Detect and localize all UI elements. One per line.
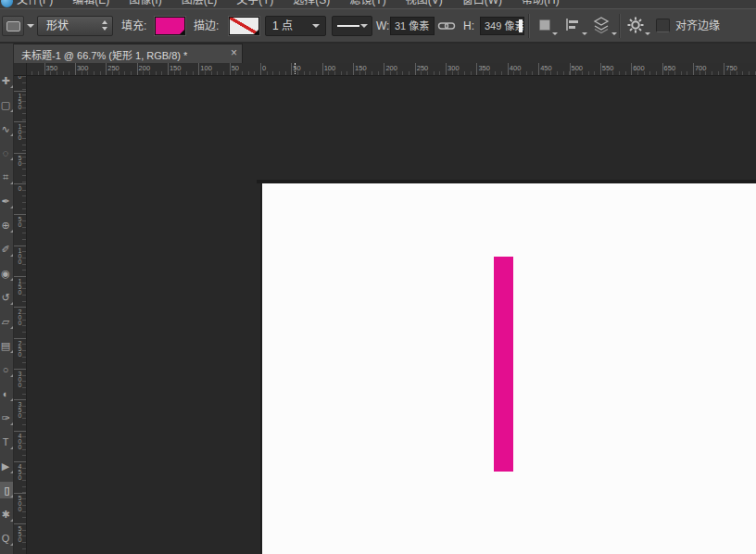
lasso-tool[interactable]: ∿ <box>0 120 14 137</box>
menu-item-filter[interactable]: 滤镜(T) <box>349 0 385 6</box>
ruler-tick <box>600 63 601 76</box>
ruler-label: 550 <box>602 64 614 72</box>
clone-stamp-tool[interactable]: ◉ <box>0 265 14 282</box>
document-tab-bar: 未标题-1 @ 66.7% (矩形 1, RGB/8) * × <box>0 44 756 63</box>
ruler-tick <box>14 246 27 246</box>
ruler-tick <box>14 276 27 277</box>
tab-close-icon[interactable]: × <box>231 46 237 59</box>
path-operations-button[interactable] <box>536 16 558 36</box>
ruler-label: 50 <box>293 64 300 72</box>
chain-link-icon <box>437 16 456 36</box>
tool-preset-button[interactable] <box>2 16 24 36</box>
ruler-label: 150 <box>17 278 23 295</box>
ruler-label: 350 <box>46 64 58 72</box>
preset-dropdown-caret-icon[interactable] <box>27 24 34 28</box>
ruler-tick <box>662 63 663 76</box>
ruler-label: 450 <box>540 64 552 72</box>
healing-brush-tool[interactable]: ⊕ <box>0 217 14 233</box>
eraser-tool[interactable]: ▱ <box>0 313 14 330</box>
tool-flyout-icon <box>10 254 13 257</box>
pen-tool[interactable]: ✑ <box>0 409 14 426</box>
horizontal-ruler[interactable]: 3503002502001501005005010015020025030035… <box>27 63 756 76</box>
ruler-tick <box>415 63 416 76</box>
tool-flyout-icon <box>10 374 13 377</box>
vertical-ruler[interactable]: 2001501005005010015020025030035040045050… <box>14 76 27 554</box>
shape-width-input[interactable]: 31 像素 <box>390 17 435 35</box>
shape-height-input[interactable]: 349 像素 <box>480 17 524 35</box>
stroke-color-swatch-none[interactable] <box>229 17 259 35</box>
options-separator <box>619 14 620 38</box>
ruler-label: 500 <box>17 495 23 511</box>
zoom-tool[interactable]: Q <box>0 530 14 547</box>
gear-icon <box>626 16 645 34</box>
brush-tool[interactable]: ✐ <box>0 241 14 258</box>
ruler-label: 50 <box>17 216 23 227</box>
combo-spinner-icon <box>102 20 107 31</box>
dodge-tool[interactable]: ◐ <box>0 385 14 402</box>
fill-color-swatch[interactable] <box>155 17 185 35</box>
ruler-tick <box>14 338 27 339</box>
dropdown-caret-icon <box>552 32 558 35</box>
path-arrangement-button[interactable] <box>591 16 617 36</box>
ruler-tick <box>693 63 694 76</box>
ruler-label: 450 <box>17 463 23 480</box>
tool-flyout-icon <box>10 447 13 449</box>
type-tool[interactable]: T <box>0 434 14 450</box>
menu-item-view[interactable]: 视图(V) <box>406 0 443 6</box>
eyedropper-tool[interactable]: ✒ <box>0 193 14 209</box>
stroke-width-caret-icon[interactable] <box>312 24 320 28</box>
ruler-label: 100 <box>200 64 212 72</box>
document-tab[interactable]: 未标题-1 @ 66.7% (矩形 1, RGB/8) * × <box>13 44 243 63</box>
ruler-tick <box>14 307 27 308</box>
rectangle-preset-icon <box>6 21 20 31</box>
align-edges-checkbox[interactable] <box>656 19 670 32</box>
menu-item-layer[interactable]: 图层(L) <box>182 0 218 6</box>
tool-flyout-icon <box>10 495 13 497</box>
ruler-tick <box>322 63 323 76</box>
gradient-tool[interactable]: ▤ <box>0 337 14 354</box>
text-cursor <box>519 19 523 32</box>
width-label: W: <box>376 16 389 36</box>
menu-item-edit[interactable]: 编辑(E) <box>72 0 109 6</box>
ruler-tick <box>538 63 539 76</box>
path-alignment-button[interactable] <box>563 16 587 36</box>
marquee-tool[interactable]: ▢ <box>0 96 14 113</box>
quick-selection-tool[interactable]: ◌ <box>0 145 14 161</box>
ruler-label: 150 <box>355 64 367 72</box>
history-brush-tool[interactable]: ↺ <box>0 289 14 306</box>
swatch-corner-caret-icon <box>180 30 184 34</box>
tool-flyout-icon <box>10 398 13 401</box>
link-dimensions-button[interactable] <box>437 16 458 36</box>
tool-flyout-icon <box>10 85 13 88</box>
crop-tool[interactable]: ⌗ <box>0 169 14 185</box>
blur-tool[interactable]: ○ <box>0 361 14 378</box>
menu-item-type[interactable]: 文字(Y) <box>236 0 273 6</box>
tool-flyout-icon <box>10 157 13 160</box>
ruler-tick <box>44 63 45 76</box>
path-selection-tool[interactable]: ▶ <box>0 458 14 474</box>
ruler-label: 550 <box>17 525 23 542</box>
stroke-style-select[interactable] <box>332 16 372 36</box>
menu-item-window[interactable]: 窗口(W) <box>462 0 502 6</box>
document-tab-title: 未标题-1 @ 66.7% (矩形 1, RGB/8) * <box>21 47 187 62</box>
geometry-options-button[interactable] <box>626 16 650 36</box>
menu-item-help[interactable]: 帮助(H) <box>522 0 560 6</box>
menu-item-select[interactable]: 选择(S) <box>293 0 330 6</box>
document-canvas[interactable] <box>260 183 756 554</box>
stroke-width-value: 1 点 <box>272 19 293 32</box>
align-icon <box>563 16 582 34</box>
menu-item-file[interactable]: 文件(F) <box>17 0 53 6</box>
ruler-label: 350 <box>17 401 23 418</box>
menu-item-image[interactable]: 图像(I) <box>129 0 161 6</box>
tool-flyout-icon <box>10 109 13 112</box>
ruler-tick <box>14 153 27 154</box>
rectangle-tool[interactable]: ▯ <box>0 482 14 498</box>
ruler-tick <box>384 63 384 76</box>
ruler-tick <box>168 63 169 76</box>
ruler-origin-corner[interactable] <box>14 63 27 76</box>
tool-mode-select[interactable]: 形状 <box>37 16 113 36</box>
ruler-tick <box>137 63 138 76</box>
stroke-width-field[interactable]: 1 点 <box>265 16 326 36</box>
hand-tool[interactable]: ✱ <box>0 506 14 523</box>
move-tool[interactable]: ✚ <box>0 72 14 89</box>
